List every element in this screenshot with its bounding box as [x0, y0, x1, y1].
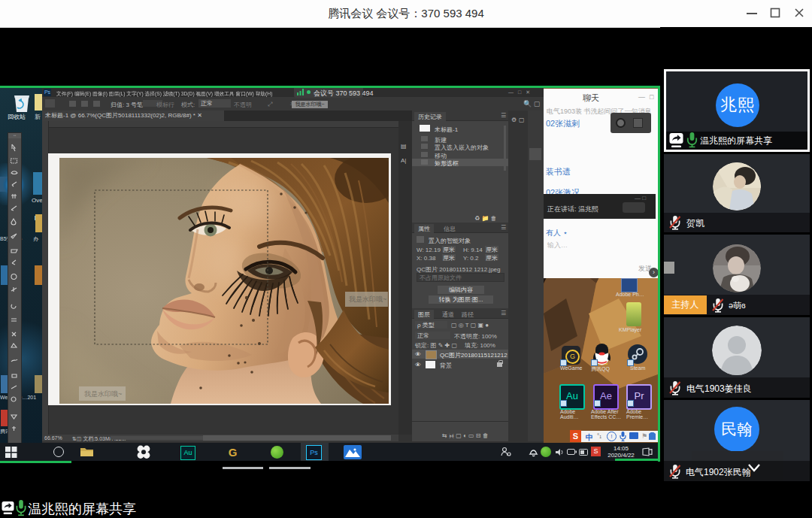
svg-text:我是水印哦~: 我是水印哦~	[84, 390, 122, 398]
svg-text:我是水印哦~: 我是水印哦~	[349, 295, 386, 303]
